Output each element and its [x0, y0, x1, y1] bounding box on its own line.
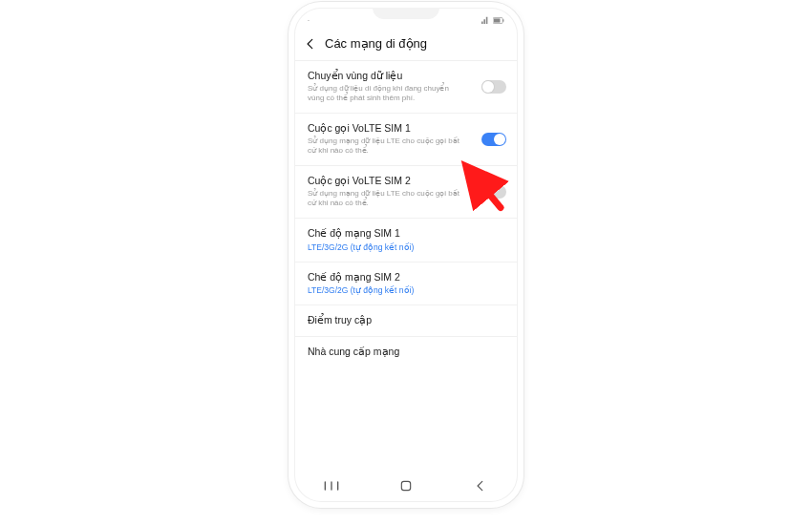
settings-list: Chuyển vùng dữ liệu Sử dụng dữ liệu di đ…: [294, 60, 518, 368]
item-title: Nhà cung cấp mạng: [308, 346, 504, 358]
toggle-data-roaming[interactable]: [481, 80, 506, 94]
item-desc: Sử dụng dữ liệu di động khi đang chuyển …: [308, 84, 460, 103]
item-network-mode-sim1[interactable]: Chế độ mạng SIM 1 LTE/3G/2G (tự động kết…: [294, 218, 518, 261]
item-title: Điểm truy cập: [308, 314, 504, 326]
item-title: Chế độ mạng SIM 2: [308, 271, 504, 284]
phone-frame: · Các mạng di động Chuyển vùng dữ liệu S…: [288, 2, 524, 508]
item-data-roaming[interactable]: Chuyển vùng dữ liệu Sử dụng dữ liệu di đ…: [294, 60, 518, 113]
toggle-volte-sim1[interactable]: [481, 133, 506, 146]
battery-icon: [493, 17, 504, 24]
item-desc: Sử dụng mạng dữ liệu LTE cho cuộc gọi bấ…: [308, 189, 460, 208]
back-button[interactable]: [461, 479, 500, 494]
item-desc: Sử dụng mạng dữ liệu LTE cho cuộc gọi bấ…: [308, 136, 460, 156]
item-title: Chuyển vùng dữ liệu: [308, 70, 504, 82]
recents-button[interactable]: [312, 480, 351, 494]
item-network-mode-sim2[interactable]: Chế độ mạng SIM 2 LTE/3G/2G (tự động kết…: [294, 262, 518, 304]
item-title: Cuộc gọi VoLTE SIM 2: [308, 175, 504, 187]
screen: · Các mạng di động Chuyển vùng dữ liệu S…: [294, 8, 518, 502]
signal-icon: [481, 16, 489, 24]
item-network-operators[interactable]: Nhà cung cấp mạng: [294, 336, 518, 368]
svg-rect-2: [494, 18, 501, 22]
system-nav: [294, 475, 518, 498]
page-title: Các mạng di động: [325, 36, 427, 51]
back-icon[interactable]: [304, 37, 317, 51]
item-access-points[interactable]: Điểm truy cập: [294, 304, 518, 336]
item-value: LTE/3G/2G (tự động kết nối): [308, 242, 504, 252]
svg-rect-1: [502, 19, 503, 21]
svg-rect-3: [401, 481, 410, 490]
notch: [373, 8, 439, 19]
item-volte-sim1[interactable]: Cuộc gọi VoLTE SIM 1 Sử dụng mạng dữ liệ…: [294, 113, 518, 165]
item-title: Cuộc gọi VoLTE SIM 1: [308, 122, 504, 135]
status-left: ·: [308, 17, 310, 24]
page-header: Các mạng di động: [294, 29, 518, 60]
toggle-volte-sim2[interactable]: [481, 185, 506, 199]
status-right: [481, 16, 504, 24]
item-title: Chế độ mạng SIM 1: [308, 227, 504, 240]
home-button[interactable]: [387, 479, 425, 494]
item-volte-sim2[interactable]: Cuộc gọi VoLTE SIM 2 Sử dụng mạng dữ liệ…: [294, 165, 518, 218]
item-value: LTE/3G/2G (tự động kết nối): [308, 285, 504, 295]
